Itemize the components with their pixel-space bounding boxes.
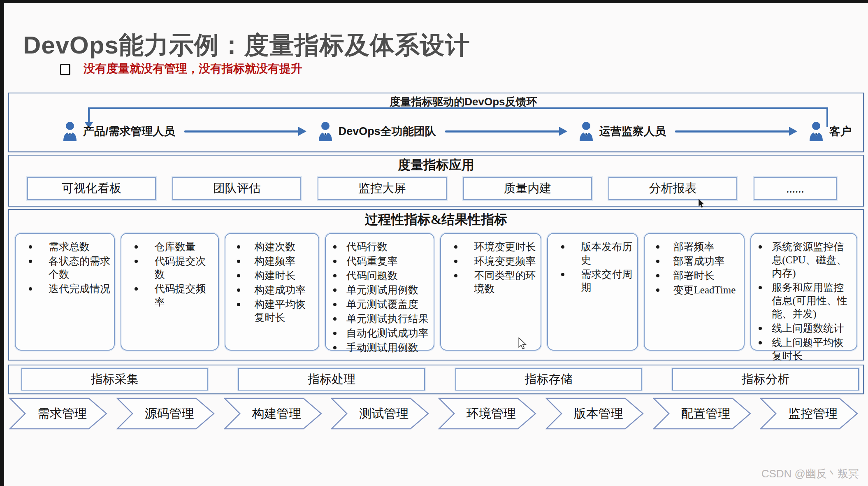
letterbox-top-bar [0,0,868,3]
indicators-title: 过程性指标&结果性指标 [365,211,508,229]
chevron-label: 源码管理 [145,405,194,422]
chevron-source-mgmt: 源码管理 [116,398,215,430]
cursor-arrow-icon [698,199,705,209]
app-box-analysis-report: 分析报表 [608,177,737,200]
metric-item: 需求总数 [16,240,111,253]
app-box-monitor-screen: 监控大屏 [318,177,446,200]
indicator-group-release: 版本发布历史 需求交付周期 [547,233,638,351]
flow-arrow-icon [184,130,305,133]
pipeline-stage-process: 指标处理 [238,368,425,391]
metric-item: 迭代完成情况 [16,282,111,295]
app-box-builtin-quality: 质量内建 [463,177,592,200]
indicator-group-requirements: 需求总数 各状态的需求个数 迭代完成情况 [15,233,115,351]
chevron-requirement-mgmt: 需求管理 [9,398,107,430]
applications-row: 可视化看板 团队评估 监控大屏 质量内建 分析报表 ...... [27,177,837,200]
metric-item: 代码问题数 [326,269,431,282]
chevron-label: 需求管理 [37,405,87,422]
metric-item: 变更LeadTime [645,284,741,297]
chevron-build-mgmt: 构建管理 [224,398,322,430]
watermark: CSDN @幽反丶叛冥 [761,467,859,481]
indicator-group-monitoring: 系统资源监控信息(CPU、磁盘、内存) 服务和应用监控信息(可用性、性能、并发)… [750,233,857,351]
feedback-loop-panel: 度量指标驱动的DevOps反馈环 产品/需求管理人员 [8,93,864,152]
metric-item: 环境变更时长 [441,240,537,253]
metric-item: 服务和应用监控信息(可用性、性能、并发) [751,281,853,321]
metric-item: 需求交付周期 [548,268,634,294]
metric-applications-title: 度量指标应用 [398,156,474,174]
metric-item: 部署成功率 [645,255,741,268]
indicator-list: 代码行数 代码重复率 代码问题数 单元测试用例数 单元测试覆盖度 单元测试执行结… [326,240,431,354]
flow-arrow-icon [445,130,566,133]
metric-item: 自动化测试成功率 [326,327,431,340]
person-icon [578,121,594,141]
role-customer: 客户 [808,121,852,141]
pipeline-stage-collect: 指标采集 [21,368,208,391]
metric-item: 版本发布历史 [548,240,634,267]
role-label: 客户 [829,124,852,139]
indicator-list: 环境变更时长 环境变更频率 不同类型的环境数 [441,240,537,295]
roles-row: 产品/需求管理人员 DevOps全功能团队 [62,117,852,145]
app-box-more: ...... [754,177,837,200]
flow-arrow-icon [675,130,796,133]
metric-item: 代码重复率 [326,255,431,268]
chevron-label: 构建管理 [252,405,301,422]
chevron-label: 测试管理 [359,405,408,422]
chevron-label: 监控管理 [788,405,838,422]
indicator-list: 构建次数 构建频率 构建时长 构建成功率 构建平均恢复时长 [225,240,315,324]
square-bullet-icon [60,64,70,75]
person-icon [808,121,824,141]
metric-item: 构建平均恢复时长 [225,298,315,324]
pipeline-row: 指标采集 指标处理 指标存储 指标分析 [21,365,859,393]
app-box-team-assessment: 团队评估 [172,177,301,200]
metric-item: 环境变更频率 [441,255,537,268]
indicators-panel: 过程性指标&结果性指标 需求总数 各状态的需求个数 迭代完成情况 仓库数量 代码… [8,209,864,360]
role-devops-team: DevOps全功能团队 [317,121,436,141]
indicator-list: 系统资源监控信息(CPU、磁盘、内存) 服务和应用监控信息(可用性、性能、并发)… [751,240,853,363]
indicator-group-build: 构建次数 构建频率 构建时长 构建成功率 构建平均恢复时长 [225,233,319,351]
letterbox-left-bar [0,0,4,486]
chevron-label: 环境管理 [466,405,516,422]
metric-item: 单元测试执行结果 [326,312,431,326]
metric-item: 构建成功率 [225,284,315,297]
indicator-group-code-test: 代码行数 代码重复率 代码问题数 单元测试用例数 单元测试覆盖度 单元测试执行结… [325,233,435,351]
person-icon [317,121,334,141]
chevron-environment-mgmt: 环境管理 [438,398,536,430]
metric-item: 部署频率 [645,240,741,253]
feedback-line-horizontal [88,107,828,109]
process-chain-row: 需求管理 源码管理 构建管理 测试管理 环境管理 [9,398,858,430]
metric-item: 线上问题平均恢复时长 [751,336,853,363]
indicator-list: 仓库数量 代码提交次数 代码提交频率 [121,240,215,309]
role-product-manager: 产品/需求管理人员 [62,121,175,141]
indicator-list: 版本发布历史 需求交付周期 [548,240,634,294]
person-icon [62,121,78,141]
indicator-group-deploy: 部署频率 部署成功率 部署时长 变更LeadTime [644,233,745,351]
role-operations-monitor: 运营监察人员 [578,121,666,141]
metric-applications-panel: 度量指标应用 可视化看板 团队评估 监控大屏 质量内建 分析报表 ...... [8,155,864,207]
app-box-visual-dashboard: 可视化看板 [27,177,156,200]
metric-item: 部署时长 [645,269,741,282]
chevron-monitor-mgmt: 监控管理 [760,398,858,430]
indicator-group-repository: 仓库数量 代码提交次数 代码提交频率 [121,233,219,351]
keypoint-text: 没有度量就没有管理，没有指标就没有提升 [84,61,302,77]
chevron-test-mgmt: 测试管理 [331,398,429,430]
chevron-label: 版本管理 [574,405,623,422]
indicator-group-environment: 环境变更时长 环境变更频率 不同类型的环境数 [440,233,541,351]
metric-item: 单元测试覆盖度 [326,298,431,311]
indicator-list: 部署频率 部署成功率 部署时长 变更LeadTime [645,240,741,297]
metric-item: 构建次数 [225,240,315,253]
metric-item: 构建时长 [225,269,315,282]
chevron-config-mgmt: 配置管理 [653,398,751,430]
page-title: DevOps能力示例：度量指标及体系设计 [23,29,470,62]
feedback-loop-caption: 度量指标驱动的DevOps反馈环 [390,95,537,109]
role-label: 产品/需求管理人员 [83,124,175,139]
metric-pipeline-panel: 指标采集 指标处理 指标存储 指标分析 [8,365,864,394]
role-label: 运营监察人员 [599,124,666,139]
metric-item: 构建频率 [225,255,315,268]
metric-item: 系统资源监控信息(CPU、磁盘、内存) [751,240,853,280]
metric-item: 单元测试用例数 [326,284,431,297]
role-label: DevOps全功能团队 [339,124,436,139]
keypoint-line: 没有度量就没有管理，没有指标就没有提升 [60,61,302,77]
metric-item: 代码行数 [326,240,431,253]
metric-item: 线上问题数统计 [751,322,853,335]
chevron-label: 配置管理 [681,405,730,422]
metric-item: 各状态的需求个数 [16,255,111,281]
